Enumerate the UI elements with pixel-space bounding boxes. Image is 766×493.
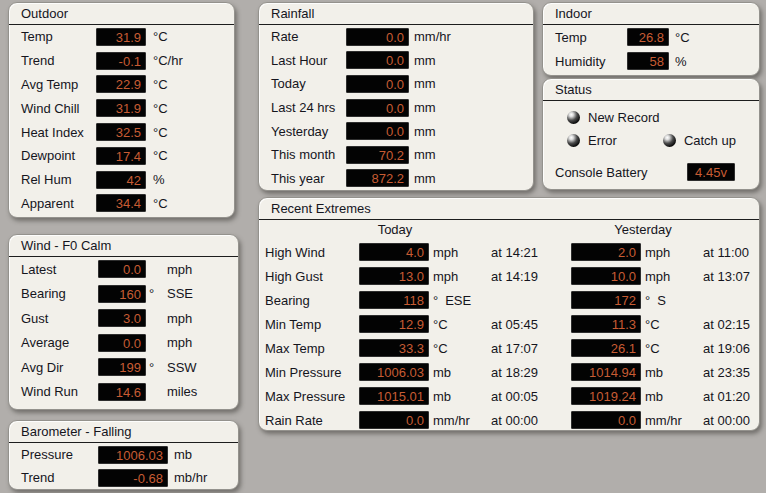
- field-label: Bearing: [21, 286, 98, 301]
- yesterday-time-label: at 19:06: [699, 341, 750, 356]
- lcd-value: 31.9: [96, 99, 146, 117]
- yesterday-time-label: at 11:00: [699, 245, 749, 260]
- lcd-value: 0.0: [98, 334, 146, 352]
- field-label: Avg Temp: [21, 77, 96, 92]
- new-record-led-icon: [567, 111, 580, 124]
- lcd-value: 26.8: [627, 28, 669, 46]
- today-time-label: at 18:29: [481, 365, 571, 380]
- unit-label: mph: [167, 311, 192, 326]
- extremes-bearing-row: Bearing 118 °ESE 172 °S: [259, 288, 759, 312]
- unit-label: °C: [153, 29, 168, 44]
- yesterday-direction-label: S: [657, 293, 666, 308]
- wind-bearing-row: Bearing 160 ° SSE: [9, 282, 238, 307]
- field-label: Bearing: [265, 293, 359, 308]
- indoor-temp-row: Temp 26.8 °C: [543, 25, 759, 49]
- yesterday-lcd-value: 0.0: [571, 411, 641, 429]
- outdoor-dewpoint-row: Dewpoint 17.4 °C: [9, 144, 234, 168]
- field-label: High Wind: [265, 245, 359, 260]
- indoor-panel: Indoor Temp 26.8 °C Humidity 58 %: [542, 2, 760, 76]
- yesterday-lcd-value: 1014.94: [571, 363, 641, 381]
- console-battery-label: Console Battery: [555, 165, 687, 180]
- field-label: Avg Dir: [21, 360, 98, 375]
- yesterday-unit-label: mm/hr: [645, 413, 682, 428]
- yesterday-lcd-value: 172: [571, 291, 641, 309]
- yesterday-unit-label: mb: [645, 365, 663, 380]
- catch-up-label: Catch up: [684, 133, 736, 148]
- rainfall-this-year-row: This year 872.2 mm: [259, 167, 533, 191]
- field-label: Last Hour: [271, 53, 346, 68]
- rainfall-last-24hrs-row: Last 24 hrs 0.0 mm: [259, 96, 533, 120]
- today-time-label: at 14:19: [481, 269, 571, 284]
- field-label: Temp: [21, 29, 96, 44]
- wind-run-row: Wind Run 14.6 miles: [9, 380, 238, 405]
- field-label: Trend: [21, 470, 98, 485]
- yesterday-column-header: Yesterday: [601, 222, 685, 237]
- unit-label: miles: [167, 384, 197, 399]
- error-catchup-status-row: Error Catch up: [543, 130, 759, 151]
- today-unit-label: mph: [433, 269, 458, 284]
- outdoor-wind-chill-row: Wind Chill 31.9 °C: [9, 96, 234, 120]
- today-lcd-value: 12.9: [359, 315, 429, 333]
- lcd-value: 160: [98, 285, 146, 303]
- yesterday-lcd-value: 11.3: [571, 315, 641, 333]
- error-led-icon: [567, 134, 580, 147]
- yesterday-unit-label: °C: [645, 317, 660, 332]
- rainfall-panel-title: Rainfall: [259, 3, 533, 25]
- lcd-value: 0.0: [346, 99, 409, 117]
- unit-label: °C: [153, 77, 168, 92]
- barometer-pressure-row: Pressure 1006.03 mb: [9, 443, 238, 466]
- yesterday-unit-label: °C: [645, 341, 660, 356]
- yesterday-unit-label: mph: [645, 269, 670, 284]
- extremes-high-wind-row: High Wind 4.0 mph at 14:21 2.0 mph at 11…: [259, 240, 759, 264]
- field-label: Gust: [21, 311, 98, 326]
- unit-label: %: [153, 172, 165, 187]
- field-label: Max Pressure: [265, 389, 359, 404]
- yesterday-time-label: at 13:07: [699, 269, 750, 284]
- field-label: Max Temp: [265, 341, 359, 356]
- rainfall-today-row: Today 0.0 mm: [259, 72, 533, 96]
- field-label: Wind Run: [21, 384, 98, 399]
- today-lcd-value: 1006.03: [359, 363, 429, 381]
- today-time-label: at 00:00: [481, 413, 571, 428]
- lcd-value: -0.1: [96, 52, 146, 70]
- field-label: Yesterday: [271, 124, 346, 139]
- yesterday-lcd-value: 2.0: [571, 243, 641, 261]
- yesterday-unit-label: mb: [645, 389, 663, 404]
- wind-panel: Wind - F0 Calm Latest 0.0 mph Bearing 16…: [8, 234, 239, 410]
- outdoor-avg-temp-row: Avg Temp 22.9 °C: [9, 73, 234, 97]
- outdoor-temp-row: Temp 31.9 °C: [9, 25, 234, 49]
- today-time-label: at 14:21: [481, 245, 571, 260]
- unit-label: SSE: [167, 286, 193, 301]
- lcd-value: 199: [98, 358, 146, 376]
- yesterday-time-label: at 02:15: [699, 317, 750, 332]
- rainfall-rate-row: Rate 0.0 mm/hr: [259, 25, 533, 49]
- field-label: Rate: [271, 29, 346, 44]
- field-label: Min Temp: [265, 317, 359, 332]
- field-label: Trend: [21, 53, 96, 68]
- field-label: Heat Index: [21, 125, 96, 140]
- today-column-header: Today: [363, 222, 427, 237]
- unit-label: mm/hr: [414, 29, 451, 44]
- wind-latest-row: Latest 0.0 mph: [9, 257, 238, 282]
- today-lcd-value: 13.0: [359, 267, 429, 285]
- unit-label: mm: [414, 124, 436, 139]
- lcd-value: 17.4: [96, 147, 146, 165]
- lcd-value: 0.0: [346, 122, 409, 140]
- unit-label: mb/hr: [174, 470, 207, 485]
- console-battery-row: Console Battery 4.45v: [543, 163, 759, 181]
- today-unit-label: mb: [433, 365, 451, 380]
- outdoor-apparent-row: Apparent 34.4 °C: [9, 192, 234, 216]
- lcd-value: 31.9: [96, 28, 146, 46]
- today-lcd-value: 33.3: [359, 339, 429, 357]
- yesterday-time-label: at 01:20: [699, 389, 750, 404]
- barometer-panel: Barometer - Falling Pressure 1006.03 mb …: [8, 420, 239, 490]
- lcd-value: 34.4: [96, 194, 146, 212]
- unit-label: mph: [167, 262, 192, 277]
- lcd-value: 0.0: [98, 260, 146, 278]
- lcd-value: 1006.03: [98, 446, 168, 464]
- yesterday-lcd-value: 10.0: [571, 267, 641, 285]
- console-battery-value: 4.45v: [687, 163, 735, 181]
- extremes-column-headers: Today Yesterday: [259, 220, 759, 240]
- yesterday-lcd-value: 1019.24: [571, 387, 641, 405]
- today-time-label: at 00:05: [481, 389, 571, 404]
